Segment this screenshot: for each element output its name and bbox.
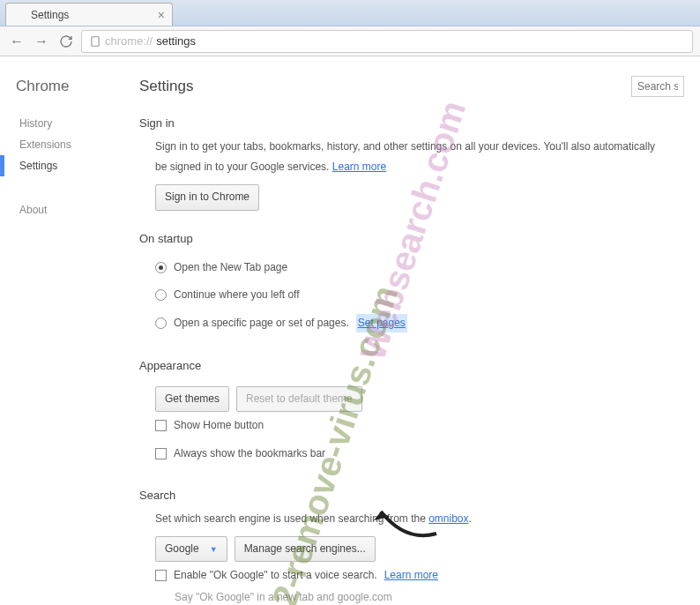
startup-option-label: Open a specific page or set of pages. — [174, 315, 349, 332]
chevron-down-icon: ▼ — [210, 545, 218, 554]
forward-button[interactable]: → — [32, 32, 51, 51]
tab-bar: Settings × — [0, 0, 700, 26]
radio-icon — [155, 262, 167, 273]
address-prefix: chrome:// — [105, 34, 153, 48]
manage-search-engines-button[interactable]: Manage search engines... — [235, 536, 376, 562]
gear-icon — [13, 9, 26, 21]
sidebar-item-history[interactable]: History — [16, 113, 123, 134]
toolbar: ← → chrome://settings — [0, 26, 700, 56]
svg-rect-0 — [92, 36, 99, 46]
radio-icon — [155, 317, 167, 329]
search-engine-dropdown[interactable]: Google▼ — [155, 536, 227, 562]
reset-theme-button: Reset to default theme — [236, 386, 362, 412]
close-icon[interactable]: × — [158, 9, 165, 21]
show-bookmarks-label: Always show the bookmarks bar — [174, 445, 325, 462]
tab-title: Settings — [31, 9, 69, 21]
startup-option-label: Open the New Tab page — [174, 259, 287, 276]
signin-desc-1: Sign in to get your tabs, bookmarks, his… — [155, 140, 655, 153]
checkbox-icon — [155, 448, 167, 459]
get-themes-button[interactable]: Get themes — [155, 386, 229, 412]
startup-option-specific[interactable]: Open a specific page or set of pages. Se… — [155, 309, 684, 338]
browser-tab[interactable]: Settings × — [5, 3, 173, 26]
startup-option-continue[interactable]: Continue where you left off — [155, 281, 684, 309]
radio-icon — [155, 289, 167, 301]
omnibox-link[interactable]: omnibox — [428, 512, 468, 525]
search-desc: Set which search engine is used when sea… — [155, 512, 428, 525]
page-title: Settings — [139, 78, 631, 95]
search-settings-input[interactable] — [631, 76, 684, 97]
main-content: Settings Sign in Sign in to get your tab… — [123, 56, 700, 605]
back-button[interactable]: ← — [7, 32, 26, 51]
address-bar[interactable]: chrome://settings — [81, 30, 693, 53]
set-pages-link[interactable]: Set pages — [356, 314, 407, 332]
show-bookmarks-checkbox-row[interactable]: Always show the bookmarks bar — [155, 440, 684, 467]
search-section-title: Search — [139, 489, 684, 502]
page-icon — [89, 35, 101, 48]
ok-google-learn-link[interactable]: Learn more — [384, 567, 438, 584]
startup-option-newtab[interactable]: Open the New Tab page — [155, 254, 684, 281]
show-home-checkbox-row[interactable]: Show Home button — [155, 412, 684, 439]
sidebar-title: Chrome — [16, 78, 123, 95]
signin-learn-more-link[interactable]: Learn more — [332, 161, 386, 173]
reload-button[interactable] — [56, 32, 76, 51]
ok-google-checkbox-row[interactable]: Enable "Ok Google" to start a voice sear… — [155, 562, 684, 589]
sidebar-item-about[interactable]: About — [16, 199, 123, 220]
sidebar: Chrome History Extensions Settings About — [0, 56, 123, 605]
startup-section-title: On startup — [139, 232, 684, 245]
ok-google-label: Enable "Ok Google" to start a voice sear… — [174, 567, 377, 584]
show-home-label: Show Home button — [174, 417, 264, 434]
signin-button[interactable]: Sign in to Chrome — [155, 184, 259, 210]
signin-desc-2: be signed in to your Google services. — [155, 161, 329, 173]
signin-section-title: Sign in — [139, 116, 684, 130]
startup-option-label: Continue where you left off — [174, 287, 300, 303]
ok-google-hint: Say "Ok Google" in a new tab and google.… — [155, 589, 684, 605]
address-suffix: settings — [156, 34, 196, 48]
sidebar-item-extensions[interactable]: Extensions — [16, 134, 123, 155]
checkbox-icon — [155, 420, 167, 431]
appearance-section-title: Appearance — [139, 359, 684, 372]
sidebar-item-settings[interactable]: Settings — [16, 155, 123, 176]
checkbox-icon — [155, 570, 167, 581]
